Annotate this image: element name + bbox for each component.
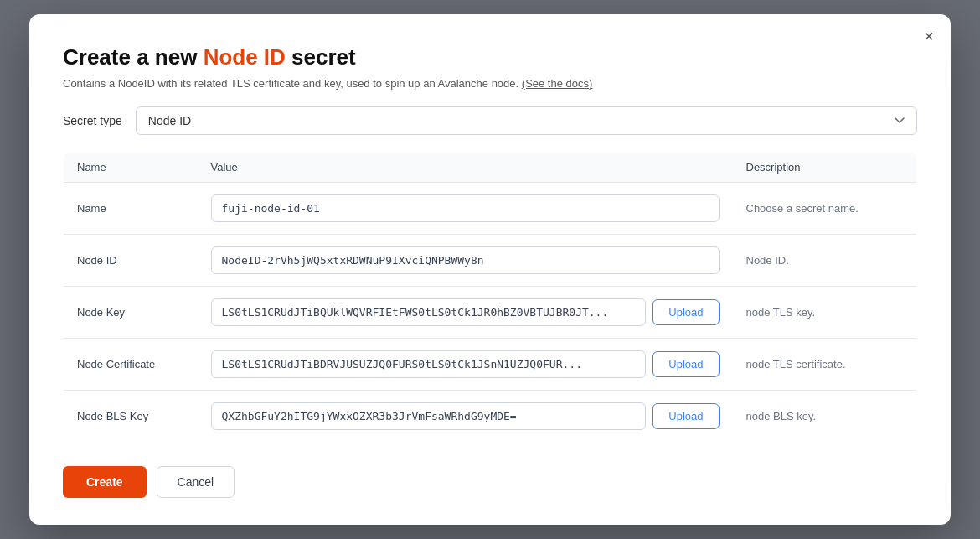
upload-button-node-key[interactable]: Upload — [652, 299, 719, 325]
create-button[interactable]: Create — [63, 466, 147, 498]
field-description: Choose a secret name. — [733, 183, 917, 235]
close-button[interactable]: × — [924, 28, 934, 44]
table-header-row: Name Value Description — [64, 153, 917, 183]
field-value-cell — [198, 183, 733, 235]
field-label: Name — [64, 183, 198, 235]
field-description: node BLS key. — [733, 391, 917, 443]
table-row: Node IDNode ID. — [64, 235, 917, 287]
table-row: NameChoose a secret name. — [64, 183, 917, 235]
table-row: Node CertificateUploadnode TLS certifica… — [64, 339, 917, 391]
field-label: Node Key — [64, 287, 198, 339]
upload-button-node-certificate[interactable]: Upload — [652, 351, 719, 377]
fields-table: Name Value Description NameChoose a secr… — [63, 152, 917, 443]
modal-overlay: × Create a new Node ID secret Contains a… — [0, 0, 980, 539]
field-description: node TLS key. — [733, 287, 917, 339]
table-row: Node KeyUploadnode TLS key. — [64, 287, 917, 339]
modal-subtitle: Contains a NodeID with its related TLS c… — [63, 77, 917, 90]
title-prefix: Create a new — [63, 44, 204, 70]
col-value-header: Value — [198, 153, 733, 183]
col-name-header: Name — [64, 153, 198, 183]
field-input-node-id[interactable] — [211, 246, 720, 274]
field-label: Node ID — [64, 235, 198, 287]
secret-type-label: Secret type — [63, 114, 122, 127]
modal-footer: Create Cancel — [63, 466, 917, 498]
field-value-cell — [198, 235, 733, 287]
field-input-node-bls-key[interactable] — [211, 402, 647, 430]
title-highlight: Node ID — [204, 44, 286, 70]
secret-type-select[interactable]: Node ID Generic TLS Certificate — [136, 106, 917, 135]
field-value-cell: Upload — [198, 339, 733, 391]
table-row: Node BLS KeyUploadnode BLS key. — [64, 391, 917, 443]
field-value-cell: Upload — [198, 391, 733, 443]
cancel-button[interactable]: Cancel — [157, 466, 235, 498]
field-input-node-key[interactable] — [211, 298, 647, 326]
field-input-name[interactable] — [211, 194, 720, 222]
field-description: Node ID. — [733, 235, 917, 287]
field-input-node-certificate[interactable] — [211, 350, 647, 378]
docs-link[interactable]: (See the docs) — [522, 77, 593, 90]
title-suffix: secret — [286, 44, 356, 70]
col-desc-header: Description — [733, 153, 917, 183]
modal-container: × Create a new Node ID secret Contains a… — [29, 14, 951, 525]
secret-type-row: Secret type Node ID Generic TLS Certific… — [63, 106, 917, 135]
field-description: node TLS certificate. — [733, 339, 917, 391]
modal-title: Create a new Node ID secret — [63, 44, 917, 70]
field-label: Node Certificate — [64, 339, 198, 391]
upload-button-node-bls-key[interactable]: Upload — [652, 403, 719, 429]
field-value-cell: Upload — [198, 287, 733, 339]
field-label: Node BLS Key — [64, 391, 198, 443]
